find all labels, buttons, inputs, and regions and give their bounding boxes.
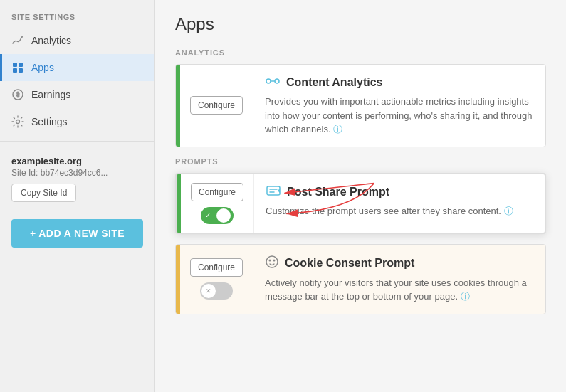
analytics-section: ANALYTICS Configure Content Analytics (175, 48, 546, 147)
sidebar-divider (0, 141, 154, 142)
toggle-knob (216, 208, 231, 223)
add-new-site-button[interactable]: + ADD A NEW SITE (11, 219, 143, 248)
apps-icon (11, 61, 24, 74)
svg-rect-0 (13, 63, 17, 67)
content-analytics-card: Configure Content Analytics Provides you… (175, 64, 546, 147)
prompts-section-label: PROMPTS (175, 157, 546, 166)
site-info: examplesite.org Site Id: bb74ec3d94cc6..… (0, 147, 154, 211)
cookie-consent-toggle[interactable]: ✕ (200, 282, 233, 300)
cookie-consent-configure-button[interactable]: Configure (190, 258, 243, 277)
post-share-body: Post Share Prompt Customize the prompt u… (254, 174, 545, 233)
settings-icon (11, 115, 24, 128)
sidebar-item-analytics[interactable]: Analytics (0, 27, 154, 54)
main-content: Apps ANALYTICS Configure Content Ana (155, 0, 566, 392)
analytics-icon (11, 34, 24, 47)
post-share-desc: Customize the prompt users see after the… (266, 204, 533, 218)
post-share-configure-button[interactable]: Configure (191, 183, 243, 201)
post-share-info-link[interactable]: ⓘ (504, 206, 513, 216)
sidebar-item-analytics-label: Analytics (31, 35, 71, 46)
svg-point-7 (275, 79, 279, 83)
sidebar-item-apps[interactable]: Apps (0, 54, 154, 81)
cookie-consent-icon (265, 255, 279, 272)
sidebar-section-title: SITE SETTINGS (0, 0, 154, 27)
content-analytics-configure-button[interactable]: Configure (190, 96, 243, 115)
content-analytics-desc: Provides you with important actionable m… (265, 95, 534, 137)
prompts-section: PROMPTS Configure ✓ (175, 157, 546, 314)
content-analytics-title: Content Analytics (265, 75, 534, 90)
post-share-toggle[interactable]: ✓ (201, 207, 234, 224)
post-share-title: Post Share Prompt (266, 184, 533, 200)
svg-rect-2 (13, 68, 17, 73)
cookie-consent-body: Cookie Consent Prompt Actively notify yo… (253, 245, 545, 314)
content-analytics-info-link[interactable]: ⓘ (333, 124, 342, 134)
svg-point-13 (273, 259, 276, 261)
svg-point-5 (16, 120, 20, 124)
cookie-consent-toggle-knob: ✕ (201, 284, 216, 298)
svg-point-11 (266, 256, 278, 267)
content-analytics-controls: Configure (180, 65, 253, 147)
sidebar-item-settings-label: Settings (31, 116, 68, 127)
svg-point-12 (269, 259, 271, 261)
cookie-consent-title: Cookie Consent Prompt (265, 255, 534, 272)
earnings-icon (11, 88, 24, 101)
sidebar-item-settings[interactable]: Settings (0, 108, 154, 135)
cookie-consent-card: Configure ✕ (175, 244, 546, 314)
post-share-prompt-card: Configure ✓ Post Share Prompt (175, 173, 546, 234)
sidebar-item-earnings[interactable]: Earnings (0, 81, 154, 108)
sidebar-item-apps-label: Apps (31, 62, 54, 73)
svg-rect-3 (19, 68, 23, 73)
page-title: Apps (175, 14, 546, 34)
svg-rect-1 (19, 63, 23, 67)
analytics-section-label: ANALYTICS (175, 48, 546, 57)
post-share-controls: Configure ✓ (181, 174, 254, 233)
cookie-consent-controls: Configure ✕ (180, 245, 253, 314)
content-analytics-body: Content Analytics Provides you with impo… (253, 65, 545, 147)
site-name: examplesite.org (11, 156, 143, 166)
sidebar: SITE SETTINGS Analytics Apps (0, 0, 155, 392)
post-share-icon (266, 184, 281, 200)
cookie-consent-desc: Actively notify your visitors that your … (265, 276, 534, 304)
site-id-label: Site Id: (11, 168, 38, 178)
toggle-check-icon: ✓ (205, 211, 211, 219)
cookie-consent-info-link[interactable]: ⓘ (461, 291, 470, 302)
site-id-value: bb74ec3d94cc6... (41, 168, 108, 178)
content-analytics-icon (265, 75, 281, 90)
copy-site-id-button[interactable]: Copy Site Id (11, 184, 76, 202)
site-id: Site Id: bb74ec3d94cc6... (11, 168, 143, 178)
sidebar-item-earnings-label: Earnings (31, 89, 70, 100)
svg-point-6 (266, 79, 271, 83)
